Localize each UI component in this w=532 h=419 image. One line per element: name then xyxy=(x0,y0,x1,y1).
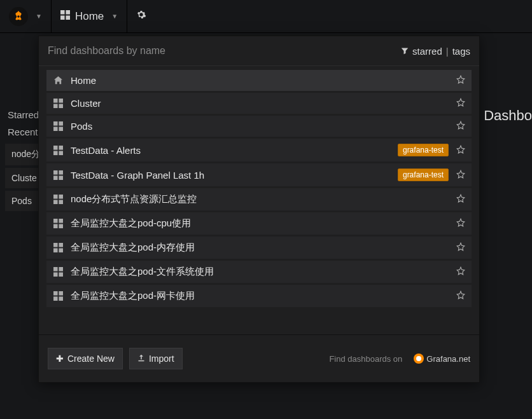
svg-rect-15 xyxy=(53,151,58,155)
star-icon[interactable] xyxy=(456,242,465,253)
create-new-label: Create New xyxy=(67,354,115,364)
search-input[interactable] xyxy=(48,45,401,57)
svg-rect-10 xyxy=(59,121,63,126)
svg-rect-24 xyxy=(59,200,63,204)
svg-rect-27 xyxy=(53,224,58,228)
svg-rect-34 xyxy=(59,267,63,271)
svg-rect-9 xyxy=(53,121,58,126)
svg-rect-25 xyxy=(53,219,58,223)
svg-rect-12 xyxy=(59,127,63,131)
grid-icon xyxy=(60,10,70,23)
dashboard-item[interactable]: Pods xyxy=(46,116,472,137)
caret-down-icon: ▼ xyxy=(111,13,118,20)
dashboard-name: Pods xyxy=(71,121,449,132)
dashboard-name: 全局监控大盘之pod-cpu使用 xyxy=(71,217,449,230)
grid-icon xyxy=(53,146,63,155)
import-button[interactable]: Import xyxy=(129,348,183,369)
grafana-net-label: Grafana.net xyxy=(426,354,470,364)
svg-rect-31 xyxy=(53,248,58,252)
star-icon[interactable] xyxy=(456,98,465,109)
svg-rect-29 xyxy=(53,243,58,247)
grid-icon xyxy=(53,219,63,228)
svg-rect-21 xyxy=(53,195,58,199)
svg-rect-16 xyxy=(59,151,63,155)
svg-rect-37 xyxy=(53,291,58,296)
import-label: Import xyxy=(149,354,174,364)
dashboard-item[interactable]: Home xyxy=(46,70,472,91)
svg-rect-20 xyxy=(59,175,63,180)
star-icon[interactable] xyxy=(456,194,465,205)
dashboard-tag[interactable]: grafana-test xyxy=(398,144,449,156)
grid-icon xyxy=(53,170,63,180)
dashboard-name: TestData - Graph Panel Last 1h xyxy=(71,170,390,181)
star-icon[interactable] xyxy=(456,291,465,301)
dashboard-item[interactable]: 全局监控大盘之pod-网卡使用 xyxy=(46,285,472,307)
star-icon[interactable] xyxy=(456,218,465,229)
find-more-label: Find dashboards on xyxy=(329,354,402,364)
grid-icon xyxy=(53,121,63,131)
filter-group: starred | tags xyxy=(401,46,470,57)
dashboard-search-dropdown: starred | tags HomeClusterPodsTestData -… xyxy=(38,36,480,383)
dashboard-name: 全局监控大盘之pod-内存使用 xyxy=(71,242,449,254)
dashboard-item[interactable]: 全局监控大盘之pod-文件系统使用 xyxy=(46,261,472,283)
svg-rect-5 xyxy=(53,99,58,103)
filter-starred[interactable]: starred xyxy=(412,46,442,57)
svg-rect-30 xyxy=(59,243,63,247)
svg-rect-35 xyxy=(53,272,58,277)
page-title: Dashbo xyxy=(484,107,532,124)
star-icon[interactable] xyxy=(456,266,465,277)
svg-rect-4 xyxy=(66,15,70,20)
grid-icon xyxy=(53,291,63,301)
filter-icon xyxy=(401,46,409,57)
dropdown-footer: ✚ Create New Import Find dashboards on G… xyxy=(39,334,479,382)
dashboard-list: HomeClusterPodsTestData - Alertsgrafana-… xyxy=(39,66,479,334)
svg-rect-22 xyxy=(59,195,63,199)
svg-rect-11 xyxy=(53,127,58,131)
grafana-net-logo-icon xyxy=(414,354,424,364)
search-row: starred | tags xyxy=(39,36,479,66)
star-icon[interactable] xyxy=(456,75,465,86)
dashboard-item[interactable]: TestData - Graph Panel Last 1hgrafana-te… xyxy=(46,163,472,186)
plus-icon: ✚ xyxy=(56,354,64,364)
svg-rect-18 xyxy=(59,170,63,175)
upload-icon xyxy=(137,354,145,364)
svg-rect-39 xyxy=(53,296,58,301)
home-label: Home xyxy=(75,10,104,23)
star-icon[interactable] xyxy=(456,170,465,181)
dashboard-item[interactable]: Cluster xyxy=(46,93,472,114)
dashboard-item[interactable]: node分布式节点资源汇总监控 xyxy=(46,188,472,210)
caret-down-icon: ▼ xyxy=(36,13,42,20)
star-icon[interactable] xyxy=(456,145,465,156)
dashboard-name: Cluster xyxy=(71,98,449,109)
dashboard-item[interactable]: TestData - Alertsgrafana-test xyxy=(46,139,472,161)
home-dropdown-button[interactable]: Home ▼ xyxy=(52,0,127,32)
dashboard-item[interactable]: 全局监控大盘之pod-内存使用 xyxy=(46,237,472,259)
logo-menu[interactable]: ▼ xyxy=(0,0,52,32)
dashboard-tag[interactable]: grafana-test xyxy=(398,168,449,181)
settings-button[interactable] xyxy=(127,0,155,32)
svg-rect-32 xyxy=(59,248,63,252)
svg-rect-13 xyxy=(53,146,58,150)
svg-point-0 xyxy=(17,15,20,18)
svg-rect-26 xyxy=(59,219,63,223)
svg-rect-36 xyxy=(59,272,63,277)
svg-rect-23 xyxy=(53,200,58,204)
svg-point-41 xyxy=(416,356,421,361)
svg-rect-6 xyxy=(59,99,63,103)
svg-rect-14 xyxy=(59,146,63,150)
dashboard-name: node分布式节点资源汇总监控 xyxy=(71,193,449,205)
svg-rect-38 xyxy=(59,291,63,296)
filter-divider: | xyxy=(446,46,449,57)
star-icon[interactable] xyxy=(456,121,465,132)
dashboard-item[interactable]: 全局监控大盘之pod-cpu使用 xyxy=(46,212,472,235)
grafana-net-link[interactable]: Grafana.net xyxy=(414,354,470,364)
dashboard-name: Home xyxy=(71,75,449,86)
filter-tags[interactable]: tags xyxy=(452,46,470,57)
create-new-button[interactable]: ✚ Create New xyxy=(48,348,123,369)
topbar: ▼ Home ▼ xyxy=(0,0,532,33)
dashboard-name: TestData - Alerts xyxy=(71,145,390,156)
svg-rect-17 xyxy=(53,170,58,175)
svg-rect-33 xyxy=(53,267,58,271)
svg-rect-7 xyxy=(53,104,58,108)
svg-rect-2 xyxy=(66,10,70,15)
